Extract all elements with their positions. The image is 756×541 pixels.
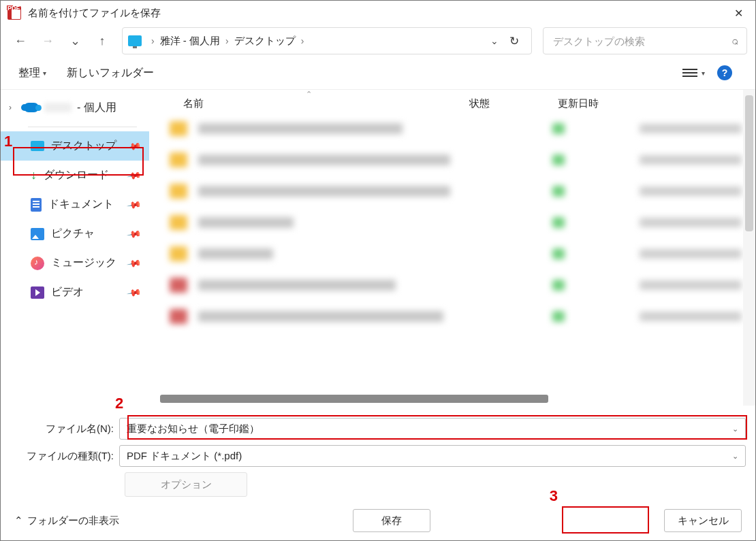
filename-value: 重要なお知らせ（電子印鑑） xyxy=(127,423,259,436)
filetype-value: PDF ドキュメント (*.pdf) xyxy=(127,450,242,463)
organize-menu[interactable]: 整理 ▾ xyxy=(18,66,46,80)
save-button[interactable]: 保存 xyxy=(353,509,430,532)
folder-toggle-button[interactable]: ⌃ フォルダーの非表示 xyxy=(14,514,119,527)
help-icon[interactable]: ? xyxy=(717,65,732,80)
options-button[interactable]: オプション xyxy=(125,472,247,497)
pin-icon[interactable]: 📌 xyxy=(126,197,142,212)
breadcrumb[interactable]: › 雅洋 - 個人用 › デスクトップ › ⌄ ↻ xyxy=(122,27,532,54)
options-label: オプション xyxy=(161,478,212,491)
sidebar-item-label: ドキュメント xyxy=(48,197,114,212)
download-icon: ↓ xyxy=(31,168,37,182)
save-fields: 2 ファイル名(N): 重要なお知らせ（電子印鑑） ⌄ ファイルの種類(T): … xyxy=(1,406,755,501)
folder-toggle-label: フォルダーの非表示 xyxy=(27,514,119,527)
filetype-select[interactable]: PDF ドキュメント (*.pdf) ⌄ xyxy=(119,445,746,467)
filename-input[interactable]: 重要なお知らせ（電子印鑑） ⌄ xyxy=(119,418,746,440)
sort-indicator-icon: ⌃ xyxy=(306,90,312,99)
breadcrumb-seg[interactable]: 雅洋 - 個人用 xyxy=(160,35,220,48)
pdf-app-icon: PDF xyxy=(7,6,21,20)
monitor-icon xyxy=(128,35,142,46)
redacted-text xyxy=(44,103,72,112)
column-date[interactable]: 更新日時 xyxy=(558,97,755,110)
breadcrumb-seg[interactable]: デスクトップ xyxy=(234,35,296,48)
search-icon[interactable]: ⌕ xyxy=(731,35,738,47)
organize-label: 整理 xyxy=(18,66,40,80)
refresh-icon[interactable]: ↻ xyxy=(509,34,519,48)
view-mode-button[interactable]: ▾ xyxy=(682,69,705,77)
sidebar-item-label: ダウンロード xyxy=(44,168,109,182)
pin-icon[interactable]: 📌 xyxy=(126,226,142,242)
sidebar-item-label: ピクチャ xyxy=(51,227,95,241)
pin-icon[interactable]: 📌 xyxy=(126,138,142,154)
column-name[interactable]: 名前 xyxy=(183,97,469,110)
window-title: 名前を付けてファイルを保存 xyxy=(28,7,721,20)
sidebar-item-music[interactable]: ミュージック 📌 xyxy=(1,248,149,278)
file-list-blurred xyxy=(149,117,755,324)
chevron-right-icon: › xyxy=(220,35,234,46)
annotation-number: 1 xyxy=(4,133,12,150)
footer: ⌃ フォルダーの非表示 3 保存 キャンセル xyxy=(1,501,755,540)
horizontal-scrollbar[interactable] xyxy=(160,395,548,403)
annotation-number: 3 xyxy=(550,487,558,505)
chevron-down-icon: ▾ xyxy=(702,69,705,77)
vertical-scrollbar[interactable] xyxy=(745,95,753,231)
new-folder-button[interactable]: 新しいフォルダー xyxy=(67,66,154,80)
sidebar-item-video[interactable]: ビデオ 📌 xyxy=(1,278,149,307)
search-input[interactable] xyxy=(552,35,731,48)
cancel-label: キャンセル xyxy=(678,514,729,527)
tree-root-label: - 個人用 xyxy=(77,101,116,115)
chevron-up-icon: ⌃ xyxy=(14,514,23,527)
chevron-down-icon[interactable]: ⌄ xyxy=(732,452,738,461)
chevron-right-icon: › xyxy=(9,103,18,112)
divider xyxy=(28,127,137,127)
sidebar-item-desktop[interactable]: デスクトップ 📌 xyxy=(1,131,149,161)
chevron-right-icon: › xyxy=(146,35,160,46)
nav-up-button[interactable]: ↑ xyxy=(91,29,114,52)
cancel-button[interactable]: キャンセル xyxy=(664,509,742,532)
save-dialog: PDF 名前を付けてファイルを保存 ✕ ← → ⌄ ↑ › 雅洋 - 個人用 ›… xyxy=(0,0,756,541)
save-label: 保存 xyxy=(381,514,402,527)
toolbar: 整理 ▾ 新しいフォルダー ▾ ? xyxy=(1,56,755,89)
picture-icon xyxy=(31,228,44,240)
close-icon[interactable]: ✕ xyxy=(721,1,755,25)
annotation-number: 2 xyxy=(115,395,123,412)
document-icon xyxy=(31,198,42,212)
tree-root-onedrive[interactable]: › - 個人用 xyxy=(1,94,149,121)
pin-icon[interactable]: 📌 xyxy=(126,284,142,300)
sidebar-item-pictures[interactable]: ピクチャ 📌 xyxy=(1,219,149,248)
music-icon xyxy=(31,257,44,270)
navigation-row: ← → ⌄ ↑ › 雅洋 - 個人用 › デスクトップ › ⌄ ↻ ⌕ xyxy=(1,25,755,56)
breadcrumb-dropdown-icon[interactable]: ⌄ xyxy=(490,35,499,46)
file-list-pane: ⌃ 名前 状態 更新日時 xyxy=(149,90,755,406)
chevron-down-icon: ▾ xyxy=(43,69,46,77)
new-folder-label: 新しいフォルダー xyxy=(67,66,154,80)
video-icon xyxy=(31,286,44,299)
filetype-label: ファイルの種類(T): xyxy=(10,450,119,463)
chevron-right-icon: › xyxy=(296,35,310,46)
onedrive-icon xyxy=(24,103,39,112)
list-view-icon xyxy=(682,69,697,77)
sidebar-item-downloads[interactable]: ↓ ダウンロード 📌 xyxy=(1,161,149,190)
search-box[interactable]: ⌕ xyxy=(543,27,747,54)
sidebar-item-label: ビデオ xyxy=(51,285,84,299)
recent-chevron-icon[interactable]: ⌄ xyxy=(63,29,86,52)
column-headers: 名前 状態 更新日時 xyxy=(149,90,755,117)
sidebar-item-documents[interactable]: ドキュメント 📌 xyxy=(1,190,149,219)
sidebar-item-label: デスクトップ xyxy=(51,139,116,153)
nav-forward-button[interactable]: → xyxy=(36,29,59,52)
body: 1 › - 個人用 デスクトップ 📌 ↓ ダウンロード 📌 xyxy=(1,89,755,406)
column-status[interactable]: 状態 xyxy=(469,97,558,110)
sidebar-item-label: ミュージック xyxy=(51,256,116,270)
folder-tree: › - 個人用 デスクトップ 📌 ↓ ダウンロード 📌 ドキュメント 📌 xyxy=(1,90,149,406)
monitor-icon xyxy=(31,141,44,151)
nav-back-button[interactable]: ← xyxy=(9,29,32,52)
chevron-down-icon[interactable]: ⌄ xyxy=(732,425,738,433)
titlebar: PDF 名前を付けてファイルを保存 ✕ xyxy=(1,1,755,25)
annotation-box xyxy=(562,506,649,534)
pin-icon[interactable]: 📌 xyxy=(126,255,142,271)
pin-icon[interactable]: 📌 xyxy=(126,167,142,183)
filename-label: ファイル名(N): xyxy=(10,423,119,436)
